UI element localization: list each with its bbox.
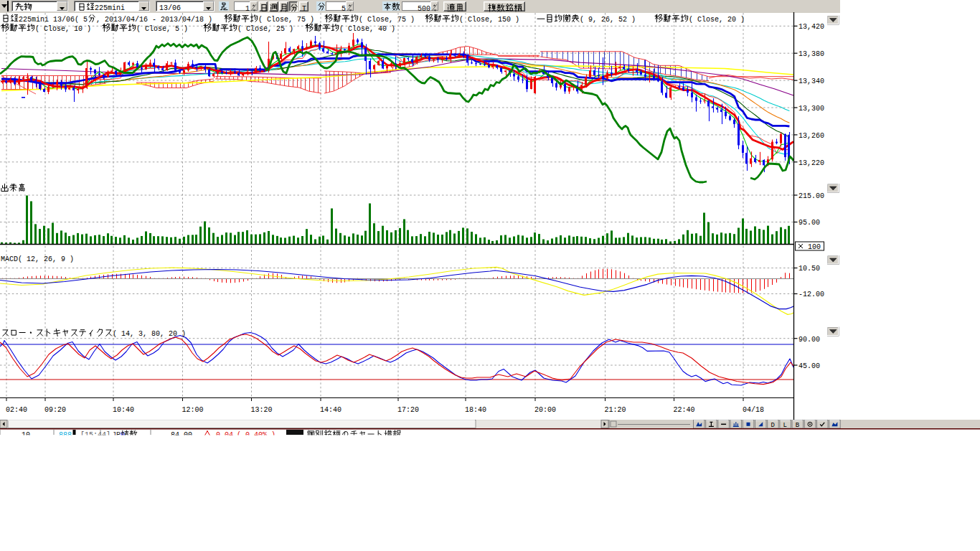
svg-text:10.50: 10.50 [798,265,820,273]
svg-text:215.00: 215.00 [798,192,824,200]
svg-text:14:40: 14:40 [320,406,341,414]
svg-text:04/18: 04/18 [743,406,764,414]
svg-text:45.00: 45.00 [798,362,820,370]
svg-text:D: D [771,422,774,429]
svg-text:( Close, 75 ): ( Close, 75 ) [258,16,314,24]
svg-text:( Close, 75 ): ( Close, 75 ) [359,16,415,24]
svg-text:20:00: 20:00 [534,406,556,414]
svg-text:09:20: 09:20 [44,406,66,414]
svg-text:13,380: 13,380 [798,50,824,58]
svg-text:95.00: 95.00 [798,219,820,227]
svg-text:( Close, 5 ): ( Close, 5 ) [136,25,188,33]
svg-text:, 2013/04/16 - 2013/04/18 ): , 2013/04/16 - 2013/04/18 ) [96,16,212,24]
svg-text:( Close, 20 ): ( Close, 20 ) [689,16,745,24]
svg-text:13:20: 13:20 [251,406,273,414]
svg-text:17:20: 17:20 [397,406,419,414]
svg-text:12:00: 12:00 [182,406,204,414]
svg-text:13,300: 13,300 [798,105,824,113]
svg-text:MACD( 12, 26, 9 ): MACD( 12, 26, 9 ) [1,255,74,263]
svg-text:100: 100 [808,243,821,251]
svg-text:21:20: 21:20 [605,406,626,414]
svg-text:-12.00: -12.00 [798,291,824,298]
svg-text:L: L [783,422,787,429]
svg-text:13,260: 13,260 [798,132,824,140]
svg-text:( Close, 25 ): ( Close, 25 ) [237,25,293,33]
svg-text:18:40: 18:40 [465,406,486,414]
svg-text:13,340: 13,340 [798,77,824,85]
svg-text:13,220: 13,220 [798,159,824,167]
svg-text:10:40: 10:40 [113,406,134,414]
svg-text:( Close, 150 ): ( Close, 150 ) [459,16,519,24]
svg-text:( Close, 40 ): ( Close, 40 ) [339,25,395,33]
svg-text:90.00: 90.00 [798,336,820,344]
svg-text:225mini 13/06( 5: 225mini 13/06( 5 [19,16,88,24]
svg-text:22:40: 22:40 [674,406,695,414]
svg-text:( Close, 10 ): ( Close, 10 ) [35,25,91,33]
svg-text:13,420: 13,420 [798,23,824,31]
svg-text:( 9, 26, 52 ): ( 9, 26, 52 ) [580,16,636,24]
svg-text:( 14, 3, 80, 20 ): ( 14, 3, 80, 20 ) [113,330,186,338]
svg-text:B: B [796,422,800,429]
svg-text:02:40: 02:40 [6,406,27,414]
